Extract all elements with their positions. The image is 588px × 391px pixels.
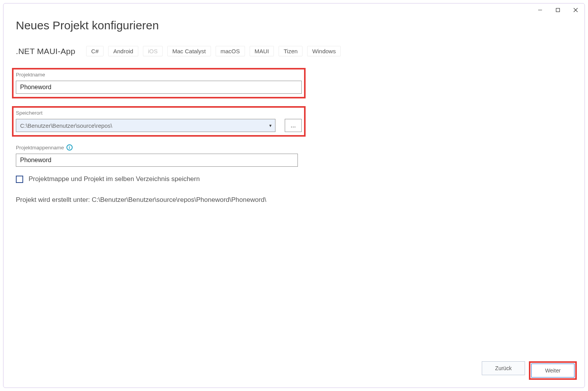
tag: Android [108, 46, 138, 56]
next-button[interactable]: Weiter [531, 364, 574, 377]
window-controls [531, 3, 585, 17]
location-input[interactable] [16, 119, 275, 132]
tag: MAUI [250, 46, 274, 56]
template-line: .NET MAUI-App C# Android iOS Mac Catalys… [16, 46, 572, 56]
tag: macOS [216, 46, 245, 56]
same-directory-checkbox[interactable] [16, 176, 23, 183]
solution-name-group: Projektmappenname i [16, 144, 298, 167]
same-directory-label: Projektmappe und Projekt im selben Verze… [29, 175, 200, 183]
location-label: Speicherort [16, 110, 302, 116]
next-highlight: Weiter [529, 361, 577, 380]
project-name-group: Projektname [12, 68, 306, 98]
browse-button[interactable]: ... [285, 119, 302, 132]
minimize-button[interactable] [531, 3, 549, 17]
close-button[interactable] [567, 3, 585, 17]
creation-path-text: Projekt wird erstellt unter: C:\Benutzer… [16, 196, 572, 204]
same-directory-row: Projektmappe und Projekt im selben Verze… [16, 175, 572, 183]
dialog-window: Neues Projekt konfigurieren .NET MAUI-Ap… [3, 3, 585, 388]
svg-rect-1 [556, 8, 560, 12]
dialog-footer: Zurück Weiter [482, 361, 577, 380]
solution-name-label: Projektmappenname i [16, 144, 298, 151]
location-group: Speicherort ▼ ... [12, 106, 306, 137]
back-button[interactable]: Zurück [482, 361, 525, 375]
maximize-button[interactable] [549, 3, 567, 17]
info-icon[interactable]: i [66, 144, 73, 151]
project-name-label: Projektname [16, 72, 302, 78]
tag: Mac Catalyst [167, 46, 211, 56]
project-name-input[interactable] [16, 81, 302, 94]
tag: C# [86, 46, 104, 56]
template-name: .NET MAUI-App [16, 47, 75, 56]
tag: Windows [307, 46, 341, 56]
tag: Tizen [279, 46, 302, 56]
tag: iOS [143, 46, 163, 56]
solution-name-label-text: Projektmappenname [16, 145, 64, 151]
solution-name-input[interactable] [16, 154, 298, 167]
page-title: Neues Projekt konfigurieren [16, 19, 572, 32]
